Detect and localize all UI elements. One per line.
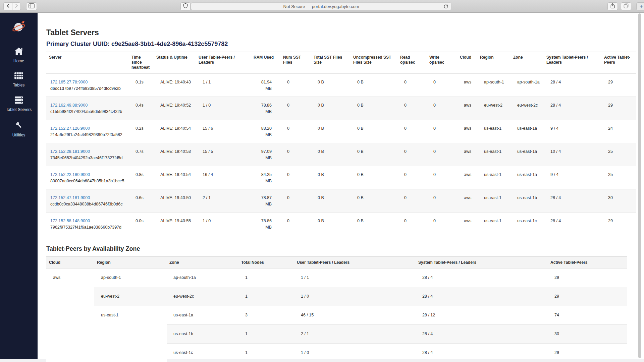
system-tp-cell: 28 / 4 (416, 287, 548, 306)
region-cell: us-east-1 (94, 306, 167, 362)
az-row: aws ap-south-1 ap-south-1a 1 1 / 1 28 / … (46, 268, 627, 287)
status-cell: ALIVE: 19:40:43 (154, 74, 196, 97)
address-bar[interactable]: Not Secure — portal.dev.yugabyte.com (191, 2, 451, 10)
col-server: Server (46, 52, 129, 74)
server-link[interactable]: 172.152.58.148:9000 (50, 219, 90, 223)
server-link[interactable]: 172.152.47.181:9000 (50, 195, 90, 200)
server-cell: 172.152.22.180:9000 80007aa0cc064db6847b… (46, 166, 129, 189)
cloud-cell: aws (457, 213, 477, 236)
table-row: 172.165.27.78:9000 d6dc1d7b97724ff693d85… (46, 74, 636, 97)
privacy-shield-button[interactable] (180, 2, 191, 10)
read-ops-cell: 0 (397, 74, 427, 97)
zone-cell: us-east-1c (511, 213, 544, 236)
write-ops-cell: 0 (427, 97, 457, 120)
system-tp-cell: 9 / 4 (544, 166, 601, 189)
sidebar-item-tables[interactable]: Tables (0, 72, 38, 87)
num-sst-cell: 0 (280, 120, 311, 143)
unc-sst-cell: 0 B (351, 166, 397, 189)
zone-cell: us-east-1a (511, 120, 544, 143)
col-read-ops: Read ops/sec (397, 52, 427, 74)
server-uuid: ccdb0c0ca33448038b4d86746f3b0d6c (50, 201, 126, 207)
page-title: Tablet Servers (46, 28, 644, 37)
read-ops-cell: 0 (397, 97, 427, 120)
cloud-cell: aws (457, 189, 477, 213)
read-ops-cell: 0 (397, 213, 427, 236)
write-ops-cell: 0 (427, 74, 457, 97)
browser-back-button[interactable] (3, 2, 12, 10)
chevron-right-icon (14, 3, 18, 9)
cloud-cell: aws (457, 166, 477, 189)
user-tp-cell: 15 / 5 (196, 143, 251, 166)
user-tp-cell: 16 / 4 (196, 166, 251, 189)
browser-forward-button[interactable] (12, 2, 21, 10)
sidebar-item-utilities[interactable]: Utilities (0, 120, 38, 137)
col-write-ops: Write ops/sec (427, 52, 457, 74)
active-tp-cell: 29 (548, 344, 627, 362)
total-sst-cell: 0 B (311, 143, 351, 166)
read-ops-cell: 0 (397, 143, 427, 166)
total-sst-cell: 0 B (311, 166, 351, 189)
sidebar-toggle-button[interactable] (26, 2, 37, 10)
share-button[interactable] (607, 2, 618, 10)
num-sst-cell: 0 (280, 97, 311, 120)
new-tab-button[interactable]: + (636, 2, 644, 10)
server-cell: 172.152.29.181:9000 7345e0652b404292a3ae… (46, 143, 129, 166)
total-nodes-cell: 1 (238, 287, 294, 306)
col-region: Region (94, 257, 167, 268)
zone-cell: us-east-1c (167, 344, 238, 362)
col-heartbeat: Time since heartbeat (129, 52, 154, 74)
server-uuid: 7962f975327f41f6a1ae338660b7397d (50, 224, 126, 231)
col-total-nodes: Total Nodes (238, 257, 294, 268)
server-link[interactable]: 172.152.29.181:9000 (50, 149, 90, 154)
vertical-scrollbar[interactable] (638, 13, 641, 358)
sidebar-item-home[interactable]: Home (0, 47, 38, 63)
tab-overview-button[interactable] (621, 2, 631, 10)
zone-cell: ap-south-1a (167, 268, 238, 287)
ram-cell: 81.94 MB (251, 74, 280, 97)
zone-cell: eu-west-2c (511, 97, 544, 120)
cloud-cell: aws (46, 268, 94, 362)
sidebar-panel-icon (29, 3, 35, 10)
table-row: 172.152.47.181:9000 ccdb0c0ca33448038b4d… (46, 189, 636, 213)
col-system-tp: System Tablet-Peers / Leaders (544, 52, 601, 74)
region-cell: us-east-1 (477, 213, 511, 236)
server-link[interactable]: 172.162.49.88:9000 (50, 103, 88, 108)
tables-grid-icon (14, 72, 24, 81)
sidebar-item-label: Tables (13, 83, 25, 87)
server-uuid: c155b984f2f74004a5a6d559834c422b (50, 109, 126, 115)
status-cell: ALIVE: 19:40:54 (154, 120, 196, 143)
active-tp-cell: 24 (601, 120, 636, 143)
server-link[interactable]: 172.165.27.78:9000 (50, 80, 88, 84)
user-tp-cell: 1 / 0 (294, 287, 416, 306)
server-link[interactable]: 172.152.27.126:9000 (50, 126, 90, 131)
num-sst-cell: 0 (280, 166, 311, 189)
az-table: Cloud Region Zone Total Nodes User Table… (46, 256, 627, 362)
active-tp-cell: 29 (601, 213, 636, 236)
server-cell: 172.152.27.126:9000 214a6e29f1a24c449829… (46, 120, 129, 143)
user-tp-cell: 1 / 0 (196, 97, 251, 120)
server-link[interactable]: 172.152.22.180:9000 (50, 172, 90, 177)
col-cloud: Cloud (46, 257, 94, 268)
status-cell: ALIVE: 19:40:54 (154, 166, 196, 189)
total-nodes-cell: 1 (238, 268, 294, 287)
active-tp-cell: 29 (548, 268, 627, 287)
cloud-cell: aws (457, 97, 477, 120)
col-status: Status & Uptime (154, 52, 196, 74)
ram-cell: 84.25 MB (251, 166, 280, 189)
table-row: 172.152.58.148:9000 7962f975327f41f6a1ae… (46, 213, 636, 236)
num-sst-cell: 0 (280, 213, 311, 236)
sidebar-item-tablet-servers[interactable]: Tablet Servers (0, 96, 38, 112)
yugabyte-logo-icon[interactable] (11, 19, 26, 36)
reload-icon[interactable] (443, 4, 448, 10)
read-ops-cell: 0 (397, 189, 427, 213)
heartbeat-cell: 0.7s (129, 143, 154, 166)
sidebar: Home Tables (0, 13, 38, 359)
cluster-uuid-heading: Primary Cluster UUID: c9e25ae8-3bb1-4de2… (46, 41, 644, 48)
cloud-cell: aws (457, 143, 477, 166)
sidebar-item-label: Home (13, 59, 24, 63)
region-cell: eu-west-2 (477, 97, 511, 120)
wrench-icon (14, 120, 23, 131)
status-cell: ALIVE: 19:40:55 (154, 213, 196, 236)
system-tp-cell: 28 / 4 (416, 325, 548, 344)
table-row: 172.162.49.88:9000 c155b984f2f74004a5a6d… (46, 97, 636, 120)
